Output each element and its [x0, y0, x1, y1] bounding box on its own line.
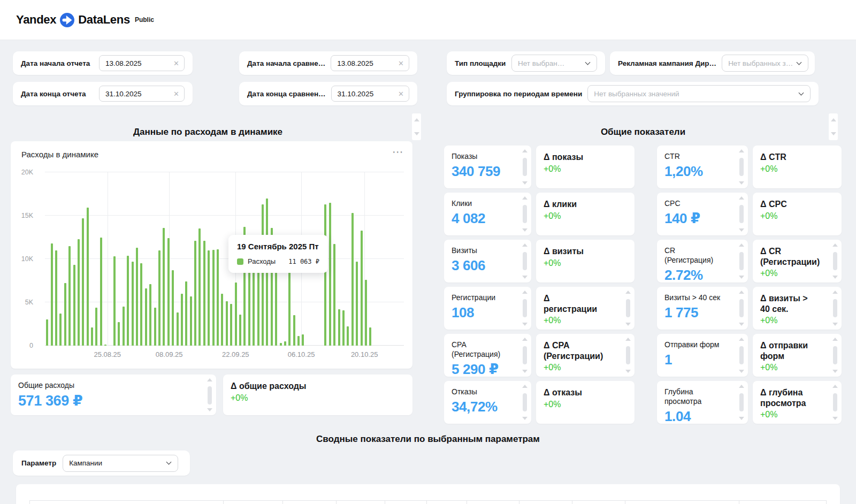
scroll-down-icon[interactable]	[522, 276, 528, 279]
bar[interactable]	[118, 322, 120, 346]
bar[interactable]	[59, 314, 62, 346]
bar[interactable]	[82, 218, 84, 346]
bar[interactable]	[104, 345, 106, 346]
scroll-thumb[interactable]	[833, 252, 837, 270]
bar[interactable]	[235, 282, 237, 346]
bar[interactable]	[329, 203, 331, 346]
scroll-thumb[interactable]	[523, 299, 527, 317]
card-scrollbar[interactable]	[738, 385, 745, 420]
scroll-down-icon[interactable]	[522, 417, 528, 420]
scroll-up-icon[interactable]	[739, 385, 744, 388]
bar[interactable]	[68, 246, 71, 346]
scroll-thumb[interactable]	[833, 393, 837, 411]
bar[interactable]	[369, 327, 371, 346]
scroll-thumb[interactable]	[833, 299, 837, 317]
scroll-up-icon[interactable]	[522, 385, 528, 388]
bar[interactable]	[257, 271, 259, 346]
card-scrollbar[interactable]	[521, 291, 529, 326]
scroll-thumb[interactable]	[739, 252, 744, 270]
scroll-up-icon[interactable]	[522, 291, 528, 294]
scroll-down-icon[interactable]	[832, 370, 838, 373]
bar[interactable]	[347, 326, 349, 346]
bar[interactable]	[136, 248, 138, 346]
card-scrollbar[interactable]	[738, 291, 745, 326]
scroll-down-icon[interactable]	[739, 417, 744, 420]
clear-icon[interactable]: ✕	[173, 60, 179, 67]
scroll-up-icon[interactable]	[739, 291, 744, 294]
scroll-up-icon[interactable]	[832, 338, 838, 341]
scroll-up-icon[interactable]	[739, 149, 744, 152]
scroll-thumb[interactable]	[208, 386, 212, 404]
scroll-up-icon[interactable]	[414, 118, 419, 121]
scroll-thumb[interactable]	[523, 252, 527, 270]
scroll-thumb[interactable]	[523, 393, 527, 411]
bar[interactable]	[203, 241, 205, 346]
bar[interactable]	[113, 256, 116, 346]
bar[interactable]	[194, 241, 196, 346]
bar[interactable]	[221, 294, 223, 346]
scroll-down-icon[interactable]	[522, 181, 528, 185]
bar[interactable]	[239, 315, 241, 346]
scroll-up-icon[interactable]	[739, 243, 744, 247]
card-scrollbar[interactable]	[624, 291, 632, 326]
card-scrollbar[interactable]	[831, 338, 839, 373]
bar[interactable]	[149, 284, 151, 346]
bar[interactable]	[356, 262, 358, 346]
bar[interactable]	[324, 204, 326, 346]
bar[interactable]	[78, 239, 80, 346]
scroll-down-icon[interactable]	[739, 323, 744, 326]
scroll-down-icon[interactable]	[739, 181, 744, 185]
platform-type-select[interactable]: Нет выбран…	[511, 55, 597, 72]
bar[interactable]	[288, 271, 291, 346]
bar[interactable]	[140, 263, 142, 346]
bar[interactable]	[280, 343, 282, 346]
bar[interactable]	[167, 238, 170, 346]
bar[interactable]	[262, 204, 264, 346]
bar[interactable]	[217, 249, 219, 346]
card-scrollbar[interactable]	[738, 338, 745, 373]
bar[interactable]	[172, 270, 174, 346]
bar[interactable]	[198, 228, 201, 346]
clear-icon[interactable]: ✕	[398, 90, 404, 97]
bar[interactable]	[293, 315, 295, 346]
scroll-up-icon[interactable]	[522, 338, 528, 341]
scroll-thumb[interactable]	[739, 346, 744, 364]
clear-icon[interactable]: ✕	[173, 90, 179, 97]
scroll-up-icon[interactable]	[207, 378, 212, 381]
card-scrollbar[interactable]	[738, 196, 745, 232]
report-start-date-input[interactable]: 13.08.2025 ✕	[99, 55, 185, 71]
bar[interactable]	[87, 208, 89, 346]
scroll-thumb[interactable]	[833, 346, 837, 364]
scroll-thumb[interactable]	[523, 158, 527, 176]
scroll-thumb[interactable]	[523, 346, 527, 364]
scroll-down-icon[interactable]	[832, 276, 838, 279]
card-scrollbar[interactable]	[521, 338, 529, 373]
scroll-up-icon[interactable]	[522, 243, 528, 247]
bar[interactable]	[226, 301, 228, 346]
scroll-thumb[interactable]	[523, 205, 527, 223]
bar[interactable]	[297, 336, 300, 346]
scroll-down-icon[interactable]	[625, 323, 631, 326]
bar[interactable]	[181, 294, 183, 346]
scroll-up-icon[interactable]	[832, 243, 838, 247]
bar[interactable]	[100, 238, 102, 346]
bar[interactable]	[46, 319, 48, 346]
clear-icon[interactable]: ✕	[398, 60, 404, 67]
bar[interactable]	[91, 327, 93, 346]
scroll-down-icon[interactable]	[414, 132, 419, 135]
bar[interactable]	[51, 243, 53, 346]
bar[interactable]	[127, 256, 129, 346]
scroll-down-icon[interactable]	[522, 228, 528, 232]
scroll-up-icon[interactable]	[832, 385, 838, 388]
bar[interactable]	[208, 250, 210, 346]
scroll-thumb[interactable]	[739, 299, 744, 317]
scroll-up-icon[interactable]	[522, 196, 528, 200]
scroll-down-icon[interactable]	[832, 323, 838, 326]
card-scrollbar[interactable]	[521, 243, 529, 279]
bar[interactable]	[338, 309, 340, 346]
bar[interactable]	[73, 265, 75, 346]
bar[interactable]	[55, 250, 57, 346]
scroll-thumb[interactable]	[739, 158, 744, 176]
scroll-down-icon[interactable]	[739, 228, 744, 232]
bar[interactable]	[95, 308, 97, 346]
